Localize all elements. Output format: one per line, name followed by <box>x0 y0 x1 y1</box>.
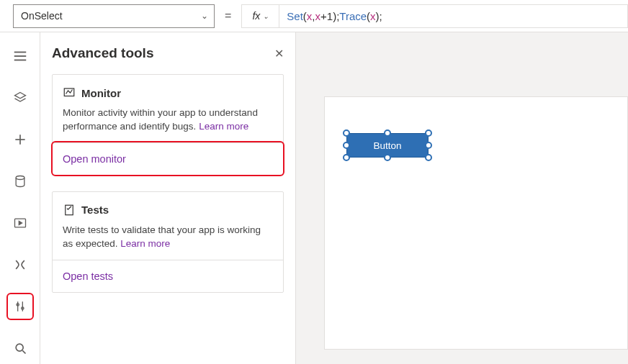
open-monitor-row: Open monitor <box>53 142 283 175</box>
data-icon[interactable] <box>6 168 34 195</box>
tests-card: Tests Write tests to validate that your … <box>52 191 284 293</box>
open-tests-link[interactable]: Open tests <box>63 270 113 282</box>
fx-button[interactable]: fx ⌄ <box>241 4 279 28</box>
insert-icon[interactable] <box>6 126 34 153</box>
chevron-down-icon: ⌄ <box>201 11 208 21</box>
resize-handle[interactable] <box>384 154 391 161</box>
svg-marker-3 <box>14 93 25 99</box>
media-icon[interactable] <box>6 209 34 237</box>
tests-icon <box>63 204 76 217</box>
left-rail <box>0 32 40 364</box>
resize-handle[interactable] <box>343 142 350 149</box>
tests-heading: Tests <box>81 204 109 216</box>
variables-icon[interactable] <box>6 251 34 278</box>
resize-handle[interactable] <box>343 154 350 161</box>
equals-label: = <box>215 9 241 22</box>
tests-learn-more-link[interactable]: Learn more <box>120 238 170 249</box>
formula-bar: OnSelect ⌄ = fx ⌄ Set( x, x+1 ); Trace( … <box>0 0 628 32</box>
svg-rect-15 <box>66 205 73 215</box>
search-icon[interactable] <box>6 335 34 362</box>
hamburger-icon[interactable] <box>6 42 34 70</box>
fx-label: fx <box>252 10 260 22</box>
resize-handle[interactable] <box>425 154 432 161</box>
canvas-area[interactable]: Button <box>296 32 628 364</box>
layers-icon[interactable] <box>6 84 34 112</box>
monitor-learn-more-link[interactable]: Learn more <box>199 121 248 132</box>
formula-input[interactable]: Set( x, x+1 ); Trace( x ); <box>279 4 628 28</box>
monitor-heading: Monitor <box>81 87 121 99</box>
resize-handle[interactable] <box>343 129 350 137</box>
monitor-icon <box>63 86 76 99</box>
open-monitor-link[interactable]: Open monitor <box>63 153 126 165</box>
svg-point-6 <box>16 176 24 180</box>
button-label: Button <box>373 140 401 151</box>
svg-line-13 <box>22 350 25 353</box>
open-tests-row: Open tests <box>53 260 283 292</box>
tests-desc: Write tests to validate that your app is… <box>63 224 273 251</box>
svg-point-12 <box>16 344 23 351</box>
property-value: OnSelect <box>21 10 63 22</box>
resize-handle[interactable] <box>425 129 432 137</box>
advanced-tools-icon[interactable] <box>6 293 34 320</box>
property-dropdown[interactable]: OnSelect ⌄ <box>13 4 215 28</box>
button-control[interactable]: Button <box>346 133 429 158</box>
monitor-desc: Monitor activity within your app to unde… <box>63 106 273 134</box>
resize-handle[interactable] <box>425 142 432 149</box>
close-icon[interactable]: ✕ <box>274 47 284 60</box>
resize-handle[interactable] <box>384 129 391 137</box>
chevron-down-icon: ⌄ <box>263 12 269 20</box>
screen-canvas[interactable]: Button <box>325 97 627 349</box>
panel-title: Advanced tools <box>52 45 153 61</box>
advanced-tools-panel: Advanced tools ✕ Monitor Monitor activit… <box>40 32 296 364</box>
monitor-card: Monitor Monitor activity within your app… <box>52 74 284 176</box>
